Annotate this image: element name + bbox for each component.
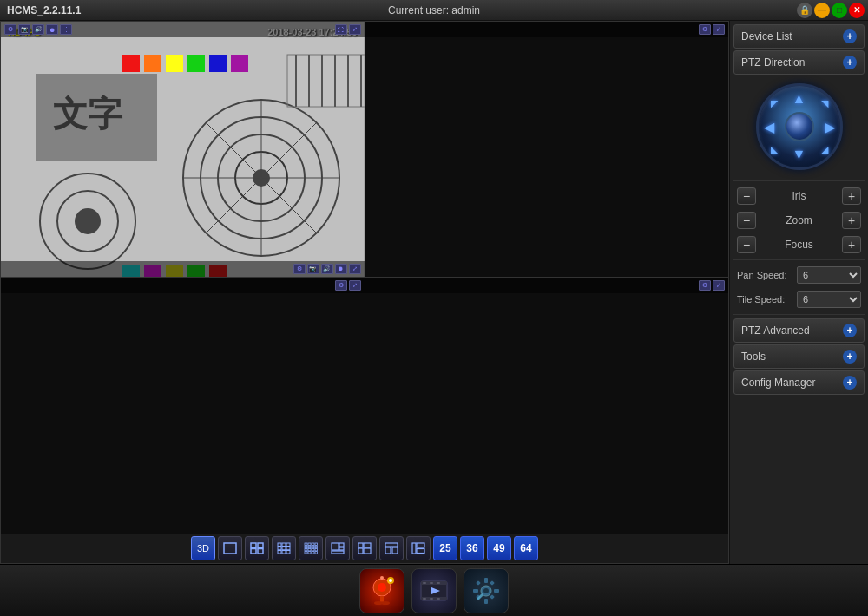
ptz-downleft-arrow[interactable]: ◣ <box>771 144 778 155</box>
video-area: ⚙ 📷 🔊 ⏺ ⋮ ⛶ ⤢ <box>0 21 729 564</box>
btn-49[interactable]: 49 <box>487 536 511 560</box>
device-list-button[interactable]: Device List + <box>733 24 865 49</box>
settings-app-icon[interactable] <box>464 568 509 613</box>
svg-rect-71 <box>364 548 371 554</box>
svg-rect-40 <box>282 543 286 547</box>
svg-point-82 <box>381 601 390 605</box>
cell-tb-btn-7[interactable]: ⤢ <box>349 24 361 35</box>
ptz-upleft-arrow[interactable]: ◤ <box>771 98 778 109</box>
zoom-plus-button[interactable]: + <box>842 212 861 229</box>
iris-plus-button[interactable]: + <box>842 187 861 205</box>
tools-plus-icon: + <box>843 350 857 364</box>
cell-4-tb-1[interactable]: ⚙ <box>699 280 711 291</box>
app-title: HCMS_2.2.11.1 <box>7 4 81 16</box>
svg-rect-103 <box>490 580 495 586</box>
config-manager-label: Config Manager <box>741 377 815 389</box>
close-button[interactable]: ✕ <box>849 3 865 18</box>
svg-rect-34 <box>224 543 236 554</box>
pan-speed-select[interactable]: 12345678 <box>797 266 861 284</box>
btn-1x1[interactable] <box>218 536 242 560</box>
btn-custom3[interactable] <box>379 536 404 560</box>
divider-1 <box>733 180 865 181</box>
lock-button[interactable]: 🔒 <box>797 3 812 18</box>
btn-25[interactable]: 25 <box>433 536 457 560</box>
minimize-button[interactable]: — <box>814 3 830 18</box>
focus-control: − Focus + <box>733 233 865 256</box>
btn-64[interactable]: 64 <box>514 536 538 560</box>
cell-3-tb-2[interactable]: ⤢ <box>349 280 361 291</box>
config-manager-plus-icon: + <box>843 376 857 390</box>
cell-btb-5[interactable]: ⤢ <box>349 264 361 274</box>
ptz-downright-arrow[interactable]: ◢ <box>821 144 828 155</box>
appbar <box>0 564 868 616</box>
cell-3-tb-1[interactable]: ⚙ <box>335 280 347 291</box>
ptz-up-arrow[interactable]: ▲ <box>792 91 806 107</box>
cell-btb-4[interactable]: ⏺ <box>335 264 347 274</box>
video-cell-1[interactable]: ⚙ 📷 🔊 ⏺ ⋮ ⛶ ⤢ <box>1 22 365 277</box>
cell-tb-btn-3[interactable]: 🔊 <box>32 24 44 35</box>
btn-custom2[interactable] <box>352 536 377 560</box>
tools-button[interactable]: Tools + <box>733 344 865 369</box>
svg-rect-75 <box>412 543 416 554</box>
svg-rect-58 <box>312 549 314 552</box>
ptz-down-arrow[interactable]: ▼ <box>792 147 806 162</box>
config-manager-button[interactable]: Config Manager + <box>733 370 865 395</box>
btn-2x2[interactable] <box>245 536 269 560</box>
cell-tb-btn-6[interactable]: ⛶ <box>335 24 347 35</box>
username: admin <box>451 4 480 16</box>
cell-btb-3[interactable]: 🔊 <box>321 264 333 274</box>
camera-feed-1: 文字 <box>1 22 365 277</box>
device-list-label: Device List <box>741 30 792 43</box>
cell-2-tb-1[interactable]: ⚙ <box>699 24 711 35</box>
tilt-speed-select[interactable]: 12345678 <box>797 291 861 308</box>
ptz-left-arrow[interactable]: ◀ <box>764 119 774 135</box>
cell-4-tb-2[interactable]: ⤢ <box>713 280 725 291</box>
cell-tb-btn-4[interactable]: ⏺ <box>46 24 58 35</box>
svg-rect-89 <box>423 582 426 584</box>
zoom-minus-button[interactable]: − <box>737 212 756 229</box>
iris-minus-button[interactable]: − <box>737 187 756 205</box>
video-cell-2[interactable]: ⚙ ⤢ <box>365 22 729 277</box>
btn-custom4[interactable] <box>406 536 431 560</box>
svg-rect-91 <box>437 582 440 584</box>
svg-rect-60 <box>305 552 307 554</box>
svg-rect-64 <box>332 543 339 550</box>
video-cell-3[interactable]: ⚙ ⤢ <box>1 278 365 534</box>
ptz-right-arrow[interactable]: ▶ <box>825 119 835 135</box>
btn-3d[interactable]: 3D <box>191 536 215 560</box>
cell-1-top-toolbar: ⚙ 📷 🔊 ⏺ ⋮ ⛶ ⤢ <box>1 22 365 37</box>
iris-control: − Iris + <box>733 185 865 207</box>
ptz-direction-button[interactable]: PTZ Direction + <box>733 50 865 75</box>
svg-rect-41 <box>286 543 290 547</box>
cell-btb-1[interactable]: ⚙ <box>293 264 306 274</box>
svg-rect-38 <box>258 549 263 554</box>
cell-tb-btn-5[interactable]: ⋮ <box>60 24 72 35</box>
pan-speed-row: Pan Speed: 12345678 <box>733 264 865 286</box>
cell-tb-btn-2[interactable]: 📷 <box>18 24 30 35</box>
ptz-circle[interactable]: ▲ ▼ ◀ ▶ ◤ ◥ ◣ ◢ <box>756 83 843 170</box>
focus-label: Focus <box>756 239 842 251</box>
ptz-direction-plus-icon: + <box>843 56 857 69</box>
svg-rect-56 <box>305 549 307 552</box>
cell-2-tb-2[interactable]: ⤢ <box>713 24 725 35</box>
cell-btb-2[interactable]: 📷 <box>307 264 319 274</box>
btn-3x3[interactable] <box>272 536 296 560</box>
video-cell-4[interactable]: ⚙ ⤢ <box>365 278 729 534</box>
ptz-advanced-button[interactable]: PTZ Advanced + <box>733 318 865 343</box>
focus-plus-button[interactable]: + <box>842 236 861 253</box>
btn-custom1[interactable] <box>326 536 350 560</box>
svg-rect-59 <box>315 549 318 552</box>
alarm-app-icon[interactable] <box>359 568 404 613</box>
focus-minus-button[interactable]: − <box>737 236 756 253</box>
maximize-button[interactable]: □ <box>832 3 847 18</box>
btn-36[interactable]: 36 <box>460 536 484 560</box>
main-area: ⚙ 📷 🔊 ⏺ ⋮ ⛶ ⤢ <box>0 21 868 564</box>
btn-4x4[interactable] <box>299 536 323 560</box>
cell-tb-btn-1[interactable]: ⚙ <box>4 24 16 35</box>
tilt-speed-row: Tile Speed: 12345678 <box>733 288 865 311</box>
svg-rect-70 <box>358 548 363 554</box>
playback-app-icon[interactable] <box>411 568 457 613</box>
cell-2-toolbar: ⚙ ⤢ <box>365 22 729 37</box>
ptz-upright-arrow[interactable]: ◥ <box>821 98 828 109</box>
ptz-center-button[interactable] <box>785 112 814 141</box>
